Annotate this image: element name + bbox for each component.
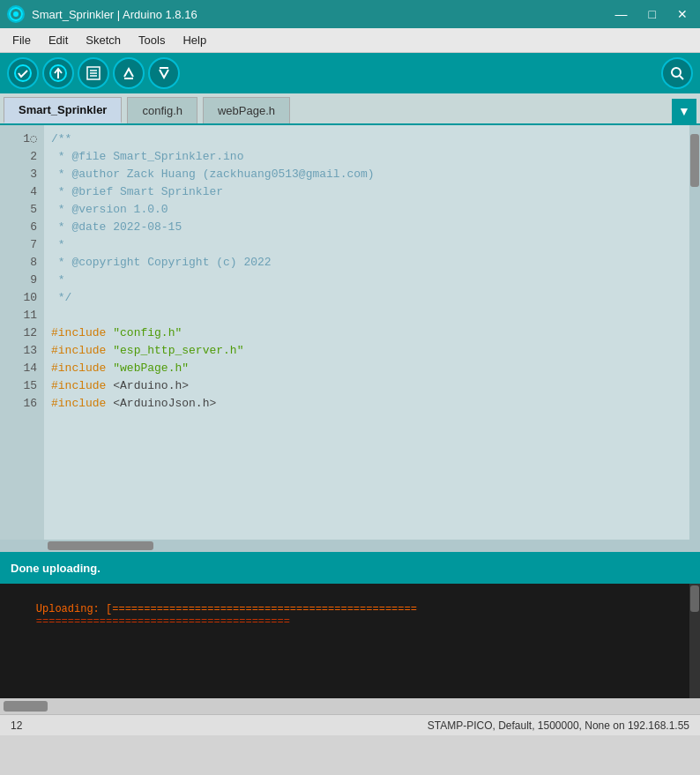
- bottom-hscroll-thumb[interactable]: [4, 701, 48, 712]
- menu-help[interactable]: Help: [174, 30, 215, 50]
- code-line-9: *: [51, 272, 682, 289]
- open-button[interactable]: [113, 57, 145, 89]
- search-button[interactable]: [661, 57, 693, 89]
- code-line-12: #include "config.h": [51, 324, 682, 342]
- editor-area: 1◌ 2 3 4 5 6 7 8 9 10 11 12 13 14 15 16 …: [0, 125, 700, 540]
- menu-tools[interactable]: Tools: [130, 30, 174, 50]
- app-logo: [7, 5, 25, 23]
- verify-button[interactable]: [7, 57, 39, 89]
- code-line-10: */: [51, 289, 682, 307]
- scrollbar-thumb[interactable]: [690, 134, 699, 187]
- code-line-16: #include <ArduinoJson.h>: [51, 395, 682, 413]
- line-num-6: 6: [30, 219, 37, 236]
- code-line-3: * @author Zack Huang (zackhuang0513@gmai…: [51, 166, 682, 183]
- svg-point-11: [672, 68, 681, 77]
- status-bar: 12 STAMP-PICO, Default, 1500000, None on…: [0, 714, 700, 735]
- bottom-bar: [0, 698, 700, 714]
- line-num-7: 7: [30, 236, 37, 254]
- svg-point-2: [15, 65, 31, 81]
- line-num-14: 14: [23, 360, 37, 377]
- status-board-info: STAMP-PICO, Default, 1500000, None on 19…: [428, 719, 689, 732]
- svg-line-12: [680, 76, 683, 79]
- debug-button[interactable]: [78, 57, 109, 89]
- close-button[interactable]: ✕: [672, 5, 693, 23]
- menu-edit[interactable]: Edit: [40, 30, 77, 50]
- svg-point-1: [13, 11, 19, 17]
- maximize-button[interactable]: □: [644, 5, 661, 23]
- line-num-12: 12: [23, 324, 37, 342]
- code-line-4: * @brief Smart Sprinkler: [51, 183, 682, 201]
- line-num-8: 8: [30, 254, 37, 272]
- save-button[interactable]: [148, 57, 180, 89]
- output-scroll-thumb[interactable]: [690, 585, 699, 612]
- line-num-16: 16: [23, 395, 37, 413]
- code-line-11: [51, 307, 682, 324]
- menu-bar: File Edit Sketch Tools Help: [0, 28, 700, 53]
- line-num-11: 11: [23, 307, 37, 324]
- upload-progress-bar: ========================================: [36, 615, 290, 628]
- hscrollbar-thumb[interactable]: [48, 541, 153, 550]
- code-line-14: #include "webPage.h": [51, 360, 682, 377]
- output-header: Done uploading.: [0, 552, 700, 584]
- code-line-2: * @file Smart_Sprinkler.ino: [51, 148, 682, 166]
- code-content[interactable]: /** * @file Smart_Sprinkler.ino * @autho…: [44, 125, 689, 540]
- status-line-number: 12: [11, 719, 22, 732]
- code-line-6: * @date 2022-08-15: [51, 219, 682, 236]
- upload-button[interactable]: [42, 57, 74, 89]
- line-num-4: 4: [30, 183, 37, 201]
- code-line-15: #include <Arduino.h>: [51, 377, 682, 395]
- output-status: Done uploading.: [11, 562, 101, 575]
- line-num-2: 2: [30, 148, 37, 166]
- tabs-bar: Smart_Sprinkler config.h webPage.h ▼: [0, 93, 700, 125]
- window-title: Smart_Sprinkler | Arduino 1.8.16: [32, 8, 610, 21]
- tab-dropdown-button[interactable]: ▼: [672, 99, 696, 123]
- tab-config-h[interactable]: config.h: [127, 97, 197, 123]
- vertical-scrollbar[interactable]: [689, 125, 700, 540]
- code-line-13: #include "esp_http_server.h": [51, 342, 682, 360]
- line-num-3: 3: [30, 166, 37, 183]
- menu-file[interactable]: File: [4, 30, 40, 50]
- minimize-button[interactable]: —: [610, 5, 633, 23]
- tab-webpage-h[interactable]: webPage.h: [203, 97, 290, 123]
- output-body: Uploading: [============================…: [0, 584, 700, 698]
- line-num-13: 13: [23, 342, 37, 360]
- tab-smart-sprinkler[interactable]: Smart_Sprinkler: [4, 97, 122, 123]
- line-num-15: 15: [23, 377, 37, 395]
- code-line-5: * @version 1.0.0: [51, 201, 682, 219]
- output-scrollbar[interactable]: [689, 584, 700, 698]
- upload-progress-line: Uploading: [============================…: [11, 591, 689, 640]
- line-num-10: 10: [23, 289, 37, 307]
- toolbar: [0, 53, 700, 93]
- code-line-8: * @copyright Copyright (c) 2022: [51, 254, 682, 272]
- line-num-5: 5: [30, 201, 37, 219]
- line-num-1: 1◌: [23, 130, 37, 148]
- code-line-7: *: [51, 236, 682, 254]
- window-controls: — □ ✕: [610, 5, 693, 23]
- horizontal-scrollbar[interactable]: [0, 540, 700, 552]
- code-line-1: /**: [51, 130, 682, 148]
- line-num-9: 9: [30, 272, 37, 289]
- line-numbers: 1◌ 2 3 4 5 6 7 8 9 10 11 12 13 14 15 16: [0, 125, 44, 540]
- menu-sketch[interactable]: Sketch: [77, 30, 130, 50]
- title-bar: Smart_Sprinkler | Arduino 1.8.16 — □ ✕: [0, 0, 700, 28]
